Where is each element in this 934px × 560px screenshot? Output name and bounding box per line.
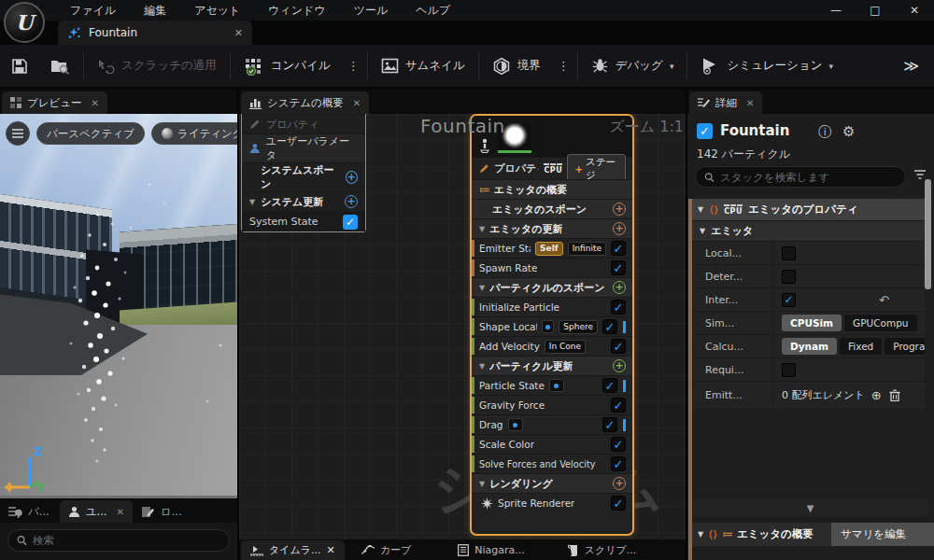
module-checkbox[interactable]: ✓ (611, 339, 626, 354)
viewport-menu-button[interactable] (6, 121, 30, 146)
module-gravity-force[interactable]: Gravity Force ✓ (472, 395, 632, 414)
module-checkbox[interactable]: ✓ (611, 241, 626, 256)
module-add-velocity[interactable]: Add Velocity In Cone ✓ (472, 336, 632, 356)
segment-cpusim[interactable]: CPUSim (782, 315, 842, 331)
preview-viewport[interactable]: パースペクティブ ライティング Z Y (0, 114, 237, 496)
add-element-icon[interactable]: ⊕ (871, 388, 882, 402)
module-spawn-rate[interactable]: Spawn Rate ✓ (472, 258, 632, 277)
module-checkbox[interactable]: ✓ (611, 437, 626, 452)
system-node-row-system-state[interactable]: System State ✓ (242, 212, 365, 231)
emitter-subsection-header[interactable]: ▼ エミッタ (692, 220, 928, 241)
emitter-node-fountain[interactable]: プロパティ CPU + ステージ ≔ エミッタの概要 エミッタのスポーン + ▼… (470, 114, 634, 536)
property-checkbox[interactable] (782, 246, 796, 260)
lighting-pill[interactable]: ライティング (151, 122, 237, 145)
overview-graph[interactable]: システム プロパティ ユーザーパラメータ システムスポーン + ▼ (239, 114, 686, 539)
collapse-arrow-icon[interactable]: ▼ (700, 227, 705, 235)
add-stage-plus-icon[interactable]: + (346, 171, 358, 184)
menu-help[interactable]: ヘルプ (402, 0, 464, 21)
details-tab-close-icon[interactable]: ✕ (746, 98, 754, 108)
property-checkbox[interactable]: ✓ (782, 293, 796, 307)
add-module-plus-icon[interactable]: + (613, 281, 626, 294)
asset-tab-close-icon[interactable]: ✕ (234, 27, 243, 39)
timeline-tab-close-icon[interactable]: ✕ (327, 544, 335, 556)
tab-parameters[interactable]: パ... (0, 500, 58, 523)
tab-log[interactable]: ロ... (133, 500, 191, 523)
asset-tab-fountain[interactable]: Fountain ✕ (58, 21, 252, 45)
module-particle-state[interactable]: Particle State ✓ (472, 375, 632, 395)
system-node-row-system-update[interactable]: ▼ システム更新 + (242, 191, 365, 211)
expand-arrow-icon[interactable]: ▼ (479, 225, 485, 233)
segment-fixed[interactable]: Fixed (840, 338, 882, 355)
module-checkbox[interactable]: ✓ (611, 398, 626, 413)
maximize-button[interactable]: □ (856, 4, 895, 17)
gear-icon[interactable]: ⚙ (842, 123, 855, 140)
menu-edit[interactable]: 編集 (130, 0, 180, 21)
menu-window[interactable]: ウィンドウ (254, 0, 339, 21)
tab-niagara-log[interactable]: Niagara... (448, 540, 534, 560)
emitter-properties-section-header[interactable]: ▼ ⟨⟩ CPU エミッタのプロパティ (692, 199, 928, 220)
stack-search-input[interactable] (720, 171, 897, 184)
menu-asset[interactable]: アセット (180, 0, 254, 21)
expand-arrow-icon[interactable]: ▼ (249, 198, 255, 206)
tab-user-params[interactable]: ユ... ✕ (60, 500, 133, 523)
save-button[interactable] (0, 45, 39, 87)
module-checkbox[interactable]: ✓ (611, 496, 626, 511)
module-drag[interactable]: Drag ✓ (472, 414, 632, 434)
bounds-button[interactable]: 境界 (481, 45, 552, 87)
property-row-simtarget[interactable]: Sim... CPUSim GPUCompu (692, 311, 925, 334)
rendering-section[interactable]: ▼ レンダリング + (472, 473, 632, 493)
tab-script-stats[interactable]: スクリプ... (559, 540, 646, 560)
property-row-localspace[interactable]: Local... (692, 241, 925, 264)
system-node-row-properties[interactable]: プロパティ (242, 114, 365, 133)
emitter-summary-section-header[interactable]: ▼ ⟨⟩ ≔ エミッタの概要 サマリを編集 (692, 523, 934, 546)
add-renderer-plus-icon[interactable]: + (613, 477, 626, 490)
segment-dynamic[interactable]: Dynam (782, 338, 837, 355)
minimize-button[interactable]: — (816, 4, 856, 17)
compile-button[interactable]: コンパイル (233, 45, 342, 87)
filter-icon[interactable] (913, 169, 927, 180)
property-checkbox[interactable] (782, 363, 796, 377)
module-checkbox[interactable]: ✓ (611, 456, 626, 471)
module-checkbox[interactable]: ✓ (611, 300, 626, 315)
module-checkbox[interactable]: ✓ (611, 260, 626, 275)
emitter-update-section[interactable]: ▼ エミッタの更新 + (472, 218, 632, 238)
add-stage-plus-icon[interactable]: + (345, 195, 358, 208)
module-shape-location[interactable]: Shape Location Sphere ✓ (472, 316, 632, 336)
system-state-checkbox[interactable]: ✓ (343, 215, 358, 230)
add-module-plus-icon[interactable]: + (613, 222, 626, 235)
module-solve-forces[interactable]: Solve Forces and Velocity ✓ (472, 454, 632, 473)
info-icon[interactable]: ⓘ (818, 124, 831, 141)
system-overview-tab-close-icon[interactable]: ✕ (353, 98, 361, 108)
module-sprite-renderer[interactable]: Sprite Renderer ✓ (472, 493, 632, 512)
emitter-summary-row[interactable]: ≔ エミッタの概要 (472, 179, 632, 199)
module-checkbox[interactable]: ✓ (602, 319, 617, 334)
parameters-search-box[interactable] (7, 529, 230, 552)
browse-button[interactable] (39, 45, 81, 87)
property-row-persistent-ids[interactable]: Requi... (692, 357, 925, 381)
debug-button[interactable]: デバッグ ▾ (580, 45, 686, 87)
module-checkbox[interactable]: ✓ (602, 378, 617, 393)
expand-section-chevron[interactable]: ▼ (692, 499, 928, 516)
particle-update-section[interactable]: ▼ パーティクル更新 + (472, 356, 632, 375)
system-node-row-user-params[interactable]: ユーザーパラメータ (242, 133, 365, 162)
tab-details[interactable]: 詳細 ✕ (689, 91, 762, 114)
perspective-pill[interactable]: パースペクティブ (36, 122, 145, 145)
expand-arrow-icon[interactable]: ▼ (479, 362, 485, 371)
simulation-button[interactable]: シミュレーション ▾ (689, 45, 844, 87)
revert-icon[interactable]: ↶ (879, 293, 889, 307)
add-module-plus-icon[interactable]: + (613, 203, 626, 216)
parameters-search-input[interactable] (33, 534, 220, 547)
emitter-spawn-section[interactable]: エミッタのスポーン + (472, 199, 632, 218)
property-row-interpolated[interactable]: Inter... ✓ ↶ (692, 287, 925, 311)
compile-options-button[interactable]: ⋮ (342, 59, 365, 73)
stack-search-box[interactable] (695, 166, 906, 188)
collapse-arrow-icon[interactable]: ▼ (698, 205, 703, 214)
collapse-arrow-icon[interactable]: ▼ (698, 530, 703, 539)
tab-timeline[interactable]: タイムラ... ✕ (241, 540, 345, 560)
tab-system-overview[interactable]: システムの概要 ✕ (241, 91, 369, 114)
property-row-bounds-mode[interactable]: Calcu... Dynam Fixed Progra (692, 334, 925, 357)
user-params-tab-close-icon[interactable]: ✕ (117, 507, 124, 517)
menu-tools[interactable]: ツール (340, 0, 403, 21)
bounds-options-button[interactable]: ⋮ (552, 59, 575, 73)
add-module-plus-icon[interactable]: + (613, 359, 626, 372)
